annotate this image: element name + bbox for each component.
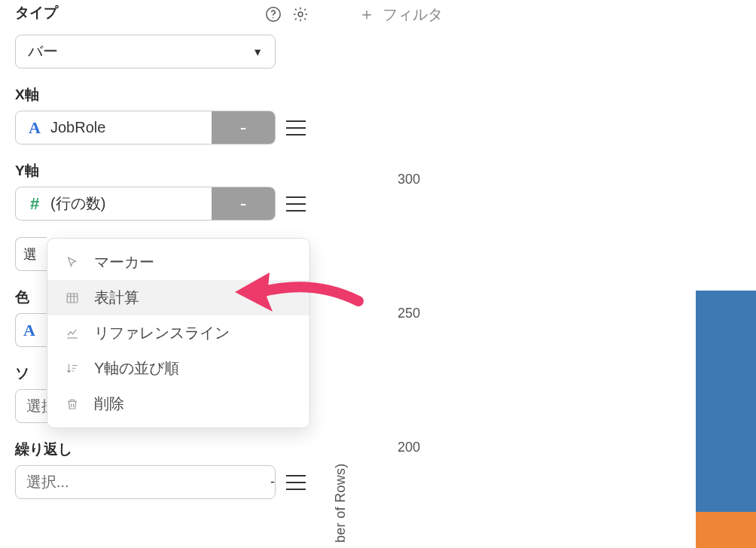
- svg-point-2: [298, 12, 303, 17]
- svg-point-1: [273, 17, 274, 18]
- x-axis-field-pill[interactable]: A JobRole -: [15, 111, 276, 145]
- gear-icon[interactable]: [292, 6, 309, 26]
- y-axis-label: Y軸: [15, 161, 309, 181]
- plus-icon: ＋: [358, 3, 375, 26]
- color-field-stub[interactable]: A: [15, 313, 47, 347]
- menu-item-reference-line[interactable]: リファレンスライン: [47, 315, 309, 351]
- x-axis-remove-button[interactable]: -: [212, 111, 275, 144]
- help-icon[interactable]: [265, 6, 282, 26]
- chart-type-select[interactable]: バー ▼: [15, 35, 276, 68]
- repeat-placeholder: 選択...: [16, 472, 270, 492]
- number-type-icon: #: [26, 194, 43, 214]
- text-type-icon: A: [26, 118, 43, 138]
- cursor-icon: [64, 256, 81, 269]
- line-chart-icon: [64, 327, 81, 340]
- y-axis-field-pill[interactable]: # (行の数) -: [15, 187, 276, 221]
- chart-type-value: バー: [28, 41, 58, 62]
- chart-area: ＋ フィルタ 300 250 200 ber of Rows): [331, 0, 756, 548]
- text-type-icon: A: [23, 321, 35, 340]
- x-axis-label: X軸: [15, 85, 309, 105]
- y-tick-250: 250: [398, 306, 420, 321]
- select-stub[interactable]: 選: [15, 237, 47, 271]
- y-axis-title-fragment: ber of Rows): [333, 463, 349, 543]
- chevron-down-icon: ▼: [252, 46, 263, 58]
- menu-item-marker[interactable]: マーカー: [47, 245, 309, 280]
- table-icon: [64, 291, 81, 305]
- repeat-menu-button[interactable]: [286, 475, 306, 490]
- repeat-label: 繰り返し: [15, 440, 309, 459]
- y-axis-context-menu: マーカー 表計算 リファレンスライン Y軸の並び順 削除: [47, 238, 310, 428]
- x-axis-menu-button[interactable]: [286, 120, 306, 135]
- menu-item-y-sort[interactable]: Y軸の並び順: [47, 351, 309, 386]
- y-tick-200: 200: [398, 440, 420, 455]
- type-label: タイプ: [15, 3, 58, 23]
- menu-item-table-calc[interactable]: 表計算: [47, 280, 309, 315]
- sort-icon: [64, 362, 81, 376]
- repeat-remove-button[interactable]: -: [270, 474, 275, 490]
- bar-segment-blue: [696, 291, 756, 548]
- trash-icon: [64, 397, 81, 411]
- menu-item-delete[interactable]: 削除: [47, 386, 309, 422]
- add-filter-button[interactable]: ＋ フィルタ: [358, 3, 443, 26]
- y-axis-remove-button[interactable]: -: [212, 187, 275, 220]
- bar-segment-orange: [696, 512, 756, 548]
- y-axis-field-name: (行の数): [50, 193, 105, 214]
- repeat-field-pill[interactable]: 選択... -: [15, 465, 276, 499]
- x-axis-field-name: JobRole: [50, 119, 105, 136]
- y-axis-menu-button[interactable]: [286, 196, 306, 212]
- svg-rect-3: [67, 294, 78, 303]
- y-tick-300: 300: [398, 172, 420, 187]
